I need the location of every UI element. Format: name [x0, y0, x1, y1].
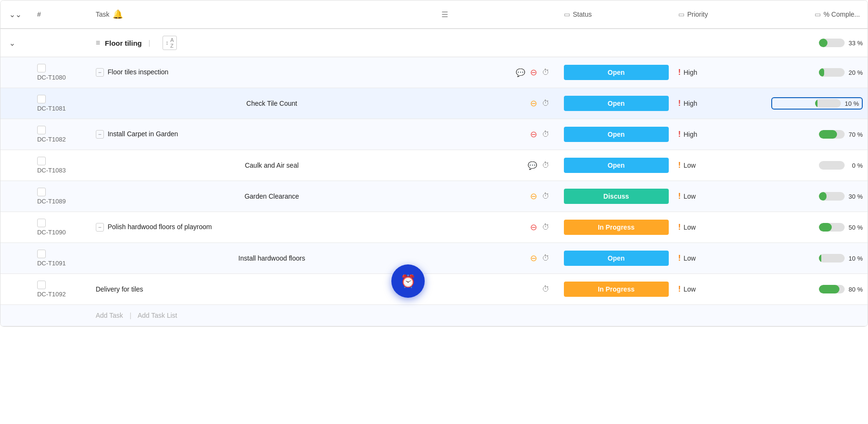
row-checkbox-cell[interactable]: DC-T1090 — [32, 212, 91, 243]
add-task-row: Add Task | Add Task List — [0, 305, 868, 326]
priority-text: Low — [684, 192, 696, 200]
task-id: DC-T1083 — [37, 167, 86, 174]
fab-button[interactable]: ⏰ — [391, 264, 425, 298]
table-header-row: ⌄⌄ # Task 🔔 ☰ ▭ Status — [0, 0, 868, 29]
clock-icon[interactable]: ⏱ — [542, 254, 550, 262]
task-expand-icon[interactable]: − — [96, 68, 104, 77]
filter-icon[interactable]: ☰ — [441, 10, 448, 19]
header-priority: ▭ Priority — [674, 0, 766, 29]
status-badge[interactable]: In Progress — [564, 220, 669, 235]
progress-wrapper: 10 % — [771, 254, 863, 262]
status-badge[interactable]: Open — [564, 96, 669, 111]
row-expand-cell — [0, 181, 32, 212]
task-expand-icon[interactable]: − — [96, 223, 104, 232]
task-id: DC-T1090 — [37, 229, 86, 236]
task-name-text[interactable]: Check Tile Count — [96, 100, 448, 107]
clock-icon[interactable]: ⏱ — [542, 130, 550, 139]
row-status-cell[interactable]: In Progress — [559, 274, 674, 305]
group-progress-bar — [819, 39, 845, 47]
collapse-all-icon[interactable]: ⌄⌄ — [9, 10, 21, 19]
clock-icon[interactable]: ⏱ — [542, 68, 550, 77]
row-checkbox-cell[interactable]: DC-T1082 — [32, 119, 91, 150]
task-table-container: ⌄⌄ # Task 🔔 ☰ ▭ Status — [0, 0, 868, 327]
group-collapse-icon[interactable]: ⌄ — [9, 39, 15, 47]
task-name-text[interactable]: −Install Carpet in Garden — [96, 130, 448, 139]
row-checkbox-cell[interactable]: DC-T1083 — [32, 150, 91, 181]
minus-circle-icon[interactable]: ⊖ — [530, 67, 537, 78]
priority-exclaim-icon: ! — [678, 130, 681, 139]
minus-circle-icon[interactable]: ⊖ — [530, 98, 537, 109]
progress-bar-fill — [819, 130, 837, 139]
row-status-cell[interactable]: Open — [559, 150, 674, 181]
task-name-text[interactable]: −Floor tiles inspection — [96, 68, 448, 77]
task-name-text[interactable]: Install hardwood floors — [96, 254, 448, 262]
task-name-text[interactable]: Garden Clearance — [96, 192, 448, 200]
progress-bar-fill — [819, 192, 827, 201]
message-icon[interactable]: 💬 — [528, 161, 537, 170]
clock-icon[interactable]: ⏱ — [542, 192, 550, 201]
minus-circle-icon[interactable]: ⊖ — [530, 191, 537, 202]
row-complete-cell: 10 % — [766, 243, 868, 274]
status-badge[interactable]: Open — [564, 251, 669, 266]
row-checkbox-cell[interactable]: DC-T1081 — [32, 88, 91, 119]
task-name-text[interactable]: −Polish hardwood floors of playroom — [96, 223, 448, 232]
task-checkbox[interactable] — [37, 157, 46, 165]
row-status-cell[interactable]: Open — [559, 57, 674, 88]
row-priority-cell: !Low — [674, 274, 766, 305]
minus-circle-icon[interactable]: ⊖ — [530, 253, 537, 263]
progress-wrapper: 80 % — [771, 285, 863, 293]
minus-circle-icon[interactable]: ⊖ — [530, 129, 537, 140]
task-id: DC-T1082 — [37, 136, 86, 143]
row-checkbox-cell[interactable]: DC-T1092 — [32, 274, 91, 305]
progress-wrapper: 30 % — [771, 192, 863, 201]
status-badge[interactable]: Discuss — [564, 189, 669, 204]
task-checkbox[interactable] — [37, 281, 46, 289]
task-expand-icon[interactable]: − — [96, 130, 104, 139]
task-checkbox[interactable] — [37, 219, 46, 227]
header-expand[interactable]: ⌄⌄ — [0, 0, 32, 29]
progress-text: 10 % — [844, 100, 859, 107]
progress-text: 80 % — [848, 286, 863, 293]
task-checkbox[interactable] — [37, 64, 46, 72]
clock-icon[interactable]: ⏱ — [542, 99, 550, 108]
clock-icon[interactable]: ⏱ — [542, 223, 550, 232]
row-status-cell[interactable]: Open — [559, 119, 674, 150]
row-checkbox-cell[interactable]: DC-T1080 — [32, 57, 91, 88]
status-badge[interactable]: Open — [564, 127, 669, 142]
add-task-list-button[interactable]: Add Task List — [138, 312, 177, 319]
status-badge[interactable]: Open — [564, 65, 669, 80]
task-id: DC-T1091 — [37, 260, 86, 267]
row-status-cell[interactable]: Discuss — [559, 181, 674, 212]
progress-text: 50 % — [848, 224, 863, 231]
task-name-cell: Check Tile Count — [91, 88, 453, 119]
task-name-text[interactable]: Caulk and Air seal — [96, 162, 448, 169]
group-expand-cell[interactable]: ⌄ — [0, 29, 32, 57]
row-icons-cell: 💬⏱ — [453, 150, 559, 181]
row-checkbox-cell[interactable]: DC-T1091 — [32, 243, 91, 274]
table-row: DC-T1082−Install Carpet in Garden⊖⏱Open!… — [0, 119, 868, 150]
task-checkbox[interactable] — [37, 95, 46, 103]
row-expand-cell — [0, 57, 32, 88]
row-status-cell[interactable]: Open — [559, 88, 674, 119]
status-badge[interactable]: In Progress — [564, 282, 669, 297]
clock-icon[interactable]: ⏱ — [542, 285, 550, 293]
clock-icon[interactable]: ⏱ — [542, 161, 550, 170]
row-checkbox-cell[interactable]: DC-T1089 — [32, 181, 91, 212]
add-task-button[interactable]: Add Task — [96, 312, 123, 319]
task-checkbox[interactable] — [37, 126, 46, 134]
group-sort-icon[interactable]: ↕ AZ — [163, 36, 176, 50]
priority-exclaim-icon: ! — [678, 254, 681, 262]
priority-exclaim-icon: ! — [678, 285, 681, 293]
row-status-cell[interactable]: Open — [559, 243, 674, 274]
status-badge[interactable]: Open — [564, 158, 669, 173]
table-row: DC-T1089Garden Clearance⊖⏱Discuss!Low30 … — [0, 181, 868, 212]
task-checkbox[interactable] — [37, 250, 46, 258]
progress-box-outlined[interactable]: 10 % — [771, 97, 863, 110]
message-icon[interactable]: 💬 — [516, 68, 525, 77]
minus-circle-icon[interactable]: ⊖ — [530, 222, 537, 232]
task-checkbox[interactable] — [37, 188, 46, 196]
row-status-cell[interactable]: In Progress — [559, 212, 674, 243]
table-row: DC-T1092Delivery for tiles⏱In Progress!L… — [0, 274, 868, 305]
row-priority-cell: !Low — [674, 212, 766, 243]
progress-bar-fill — [819, 68, 824, 77]
